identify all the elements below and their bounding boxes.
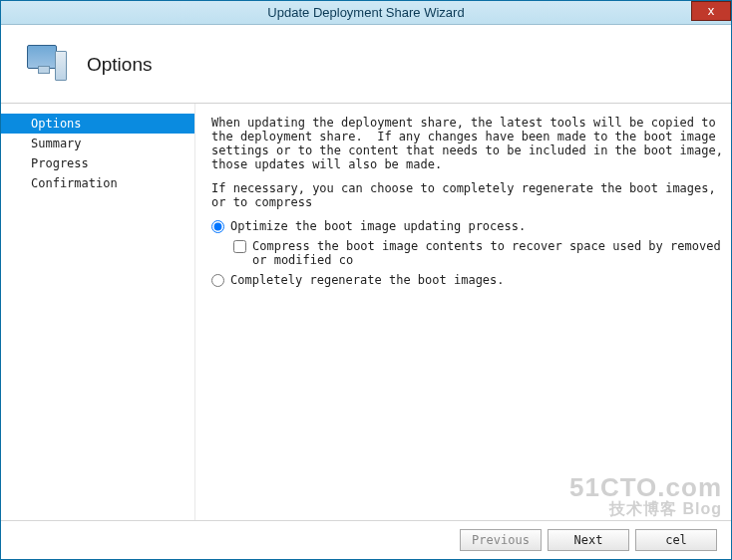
header: Options <box>1 25 731 103</box>
previous-button: Previous <box>460 529 542 551</box>
radio-regenerate-label: Completely regenerate the boot images. <box>230 273 505 287</box>
page-title: Options <box>87 54 152 76</box>
checkbox-compress[interactable] <box>233 240 246 253</box>
sidebar-item-progress[interactable]: Progress <box>1 153 194 173</box>
cancel-button[interactable]: cel <box>635 529 717 551</box>
option-compress-row: Compress the boot image contents to reco… <box>233 239 731 267</box>
radio-optimize[interactable] <box>211 220 224 233</box>
sidebar-item-confirmation[interactable]: Confirmation <box>1 173 194 193</box>
footer: Previous Next cel <box>1 520 731 559</box>
sidebar-item-options[interactable]: Options <box>1 114 194 134</box>
checkbox-compress-label: Compress the boot image contents to reco… <box>252 239 731 267</box>
radio-optimize-label: Optimize the boot image updating process… <box>230 219 526 233</box>
radio-regenerate[interactable] <box>211 274 224 287</box>
option-regenerate-row: Completely regenerate the boot images. <box>211 273 731 287</box>
computer-icon <box>23 45 69 85</box>
body: Options Summary Progress Confirmation Wh… <box>1 103 731 520</box>
description-text-2: If necessary, you can choose to complete… <box>211 181 731 209</box>
sidebar: Options Summary Progress Confirmation <box>1 104 195 520</box>
next-button[interactable]: Next <box>548 529 629 551</box>
description-text-1: When updating the deployment share, the … <box>211 116 731 171</box>
wizard-window: Update Deployment Share Wizard x Options… <box>0 0 732 560</box>
close-button[interactable]: x <box>691 1 731 21</box>
sidebar-item-summary[interactable]: Summary <box>1 134 194 153</box>
main-panel: When updating the deployment share, the … <box>195 104 731 520</box>
window-title: Update Deployment Share Wizard <box>267 5 464 20</box>
option-optimize-row: Optimize the boot image updating process… <box>211 219 731 233</box>
titlebar: Update Deployment Share Wizard x <box>1 1 731 25</box>
